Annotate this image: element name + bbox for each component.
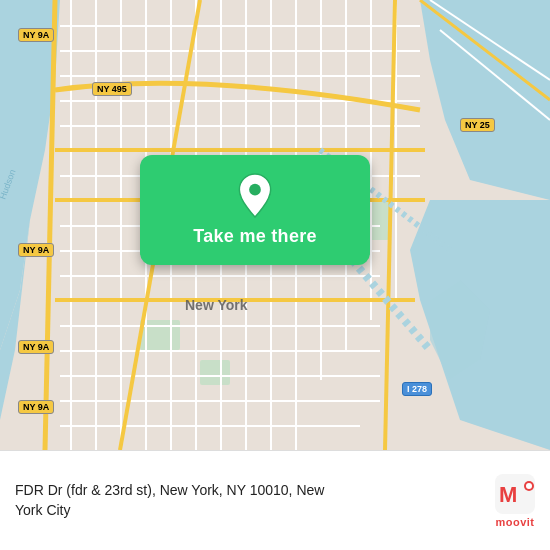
address-line2: York City <box>15 502 71 518</box>
map-container: New York Hudson NY 9A NY 495 NY 9A NY 9A… <box>0 0 550 450</box>
address-text: FDR Dr (fdr & 23rd st), New York, NY 100… <box>15 481 485 520</box>
svg-rect-26 <box>70 0 72 450</box>
svg-rect-11 <box>60 75 420 77</box>
svg-rect-9 <box>60 25 420 27</box>
moovit-brand: moovit <box>495 516 534 528</box>
svg-rect-38 <box>370 0 372 320</box>
svg-rect-13 <box>60 125 420 127</box>
highway-badge-9a-4: NY 9A <box>18 400 54 414</box>
svg-rect-27 <box>95 0 97 450</box>
highway-badge-25: NY 25 <box>460 118 495 132</box>
svg-rect-8 <box>200 360 230 385</box>
highway-badge-9a-2: NY 9A <box>18 243 54 257</box>
take-me-there-button[interactable]: Take me there <box>140 155 370 265</box>
info-bar: FDR Dr (fdr & 23rd st), New York, NY 100… <box>0 450 550 550</box>
location-pin-icon <box>236 173 274 218</box>
address-line1: FDR Dr (fdr & 23rd st), New York, NY 100… <box>15 482 324 498</box>
svg-text:M: M <box>499 482 517 507</box>
svg-text:New York: New York <box>185 297 248 313</box>
svg-rect-25 <box>60 425 360 427</box>
svg-rect-43 <box>55 148 425 152</box>
highway-badge-9a-3: NY 9A <box>18 340 54 354</box>
cta-label: Take me there <box>193 226 317 247</box>
svg-rect-28 <box>120 0 122 450</box>
moovit-icon: M <box>495 474 535 514</box>
highway-badge-9a-1: NY 9A <box>18 28 54 42</box>
highway-badge-278: I 278 <box>402 382 432 396</box>
svg-point-57 <box>526 483 532 489</box>
moovit-logo: M moovit <box>495 474 535 528</box>
svg-point-53 <box>249 184 261 196</box>
highway-badge-495: NY 495 <box>92 82 132 96</box>
svg-rect-10 <box>60 50 420 52</box>
